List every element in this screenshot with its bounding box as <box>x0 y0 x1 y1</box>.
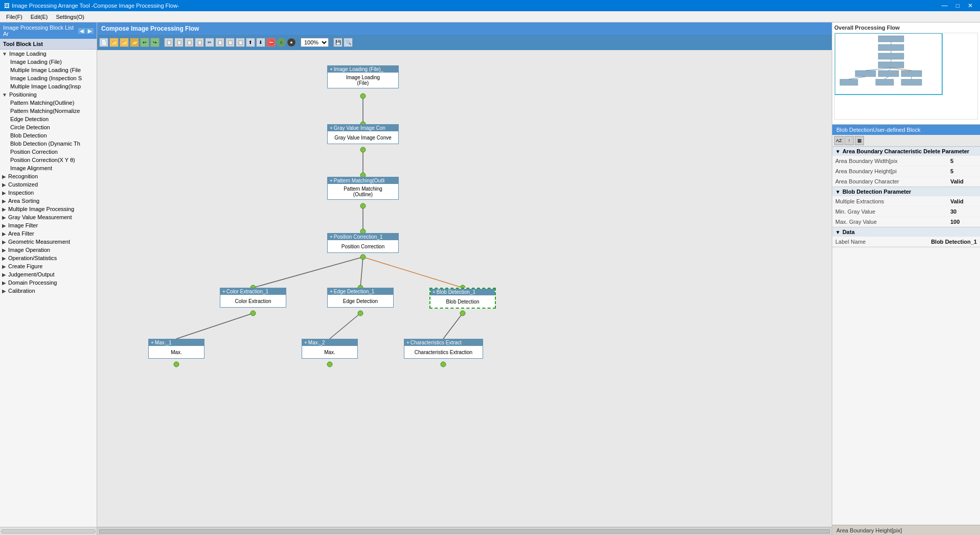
tree-group-header-positioning[interactable]: ▼ Positioning <box>0 90 97 99</box>
tree-group-header-create-figure[interactable]: ▶ Create Figure <box>0 262 97 270</box>
toolbar-btn11[interactable]: ⬆ <box>246 38 255 47</box>
tree-item-image-loading-inspection[interactable]: Image Loading (Inspection S <box>0 74 97 82</box>
node-position-correction[interactable]: + Position Correction_1 Position Correct… <box>327 233 399 253</box>
tree-item-position-correction-xy[interactable]: Position Correction(X Y θ) <box>0 156 97 164</box>
tree-item-image-loading-file[interactable]: Image Loading (File) <box>0 58 97 66</box>
tree-group-header-recognition[interactable]: ▶ Recognition <box>0 172 97 180</box>
svg-point-15 <box>360 254 366 260</box>
node-image-loading[interactable]: + Image Loading (File)_ Image Loading(Fi… <box>327 65 399 88</box>
tree-item-circle-detection[interactable]: Circle Detection <box>0 123 97 131</box>
toolbar-export1[interactable]: 💾 <box>333 38 343 47</box>
node-expand-icon7[interactable]: + <box>432 289 436 295</box>
tree-group-header-image-loading[interactable]: ▼ Image Loading <box>0 50 97 58</box>
menu-settings[interactable]: Settings(O) <box>52 13 88 21</box>
toolbar-btn10[interactable]: 📋 <box>236 38 245 47</box>
prop-section-data-header[interactable]: ▼ Data <box>832 227 980 237</box>
node-expand-icon9[interactable]: + <box>304 340 307 345</box>
node-expand-icon8[interactable]: + <box>151 340 154 345</box>
arrow-right[interactable]: ▶ <box>86 28 94 34</box>
node-expand-icon5[interactable]: + <box>222 289 225 294</box>
toolbar-redo[interactable]: ↪ <box>150 38 159 47</box>
toolbar-export2[interactable]: 🔍 <box>344 38 353 47</box>
toolbar-red[interactable]: ⛔ <box>266 38 276 47</box>
node-char-extract-header: + Characteristics Extract <box>404 339 483 346</box>
minimize-button[interactable]: — <box>939 2 951 9</box>
prop-toolbar-sort2[interactable]: ↑ <box>845 136 854 145</box>
tree-group-header-image-filter[interactable]: ▶ Image Filter <box>0 221 97 229</box>
overview-canvas[interactable] <box>834 33 978 120</box>
node-edge-detection[interactable]: + Edge Detection_1 Edge Detection <box>327 288 394 308</box>
tree-group-header-image-operation[interactable]: ▶ Image Operation <box>0 246 97 254</box>
toolbar-btn3[interactable]: 📋 <box>164 38 173 47</box>
left-scrollbar-track[interactable] <box>1 529 96 533</box>
tree-group-header-operation-stats[interactable]: ▶ Operation/Statistics <box>0 254 97 262</box>
toolbar-btn9[interactable]: 📋 <box>225 38 235 47</box>
node-pattern-matching[interactable]: + Pattern Matching(Outli Pattern Matchin… <box>327 177 399 200</box>
toolbar-btn4[interactable]: 📋 <box>174 38 184 47</box>
canvas-scrollbar-track[interactable] <box>99 529 830 533</box>
arrow-left[interactable]: ◀ <box>78 28 85 34</box>
tree-item-multiple-image-loading[interactable]: Multiple Image Loading (File <box>0 66 97 74</box>
prop-toolbar-grid[interactable]: ▦ <box>855 136 864 145</box>
node-max-1[interactable]: + Max._1 Max. <box>148 339 204 359</box>
svg-rect-33 <box>876 79 894 85</box>
tree-group-header-area-filter[interactable]: ▶ Area Filter <box>0 229 97 238</box>
prop-section-blob-detection-header[interactable]: ▼ Blob Detection Parameter <box>832 187 980 196</box>
tree-group-header-calibration[interactable]: ▶ Calibration <box>0 287 97 295</box>
toolbar-open2[interactable]: 📂 <box>120 38 129 47</box>
node-color-extraction[interactable]: + Color Extraction_1 Color Extraction <box>220 288 286 308</box>
toolbar-btn8[interactable]: 📋 <box>215 38 224 47</box>
tree-group-header-area-sorting[interactable]: ▶ Area Sorting <box>0 197 97 205</box>
node-expand-icon10[interactable]: + <box>406 340 409 345</box>
toolbar-open3[interactable]: 📂 <box>130 38 139 47</box>
menu-edit[interactable]: Edit(E) <box>27 13 52 21</box>
node-gray-value[interactable]: + Gray Value Image Con Gray Value Image … <box>327 124 399 144</box>
close-button[interactable]: ✕ <box>965 2 976 9</box>
tree-group-header-inspection[interactable]: ▶ Inspection <box>0 189 97 197</box>
toolbar-btn12[interactable]: ⬇ <box>256 38 265 47</box>
node-expand-icon6[interactable]: + <box>330 289 333 294</box>
prop-section-area-boundary-header[interactable]: ▼ Area Boundary Characteristic Delete Pa… <box>832 147 980 156</box>
toolbar-circle2[interactable]: ● <box>287 38 296 47</box>
tree-item-image-alignment[interactable]: Image Alignment <box>0 164 97 172</box>
tree-item-blob-detection[interactable]: Blob Detection <box>0 131 97 139</box>
tree-item-pattern-matching-normalize[interactable]: Pattern Matching(Normalize <box>0 107 97 115</box>
prop-toolbar-sort1[interactable]: AZ <box>834 136 844 145</box>
toolbar-btn7[interactable]: ✂ <box>205 38 214 47</box>
zoom-select[interactable]: 100% 50% 75% 125% 150% <box>301 38 329 47</box>
tree-item-pattern-matching-outline[interactable]: Pattern Matching(Outline) <box>0 99 97 107</box>
tree-item-edge-detection[interactable]: Edge Detection <box>0 115 97 123</box>
toolbar-new[interactable]: 📄 <box>99 38 108 47</box>
node-expand-icon2[interactable]: + <box>330 125 333 131</box>
toolbar-btn6[interactable]: 📋 <box>195 38 204 47</box>
tree-group-header-multiple-image[interactable]: ▶ Multiple Image Processing <box>0 205 97 213</box>
node-max2-header: + Max._2 <box>302 339 357 346</box>
tree-group-header-gray-value[interactable]: ▶ Gray Value Measurement <box>0 213 97 221</box>
maximize-button[interactable]: □ <box>953 2 963 9</box>
menu-file[interactable]: File(F) <box>2 13 27 21</box>
node-expand-icon3[interactable]: + <box>330 178 333 183</box>
toolbar-circle1[interactable]: ○ <box>277 38 286 47</box>
canvas-area[interactable]: + Image Loading (File)_ Image Loading(Fi… <box>97 50 832 527</box>
tree-group-header-customized[interactable]: ▶ Customized <box>0 180 97 189</box>
tree-item-blob-detection-dynamic[interactable]: Blob Detection (Dynamic Th <box>0 139 97 148</box>
canvas-scrollbar-horizontal[interactable] <box>97 527 832 535</box>
tree-item-multiple-image-loading-insp[interactable]: Multiple Image Loading(Insp <box>0 82 97 90</box>
node-expand-icon4[interactable]: + <box>330 234 333 240</box>
toolbar-open-yellow[interactable]: 📂 <box>109 38 119 47</box>
tree-group-image-filter: ▶ Image Filter <box>0 221 97 229</box>
tree-item-position-correction[interactable]: Position Correction <box>0 148 97 156</box>
node-blob-detection[interactable]: + Blob Detection_1 Blob Detection <box>429 288 496 309</box>
toolbar-undo[interactable]: ↩ <box>140 38 149 47</box>
tree-group-header-geometric[interactable]: ▶ Geometric Measurement <box>0 238 97 246</box>
tree-group-header-domain[interactable]: ▶ Domain Processing <box>0 278 97 287</box>
node-characteristics-extract[interactable]: + Characteristics Extract Characteristic… <box>404 339 483 359</box>
toolbar-btn5[interactable]: 📋 <box>185 38 194 47</box>
node-expand-icon[interactable]: + <box>330 66 333 72</box>
tree-group-header-judgement[interactable]: ▶ Judgement/Output <box>0 270 97 278</box>
right-panel: Overall Processing Flow <box>832 22 980 535</box>
left-scrollbar[interactable] <box>0 527 97 535</box>
node-gray-value-label: Gray Value Image Con <box>334 125 385 131</box>
tree-container[interactable]: ▼ Image Loading Image Loading (File) Mul… <box>0 50 97 527</box>
node-max-2[interactable]: + Max._2 Max. <box>302 339 358 359</box>
